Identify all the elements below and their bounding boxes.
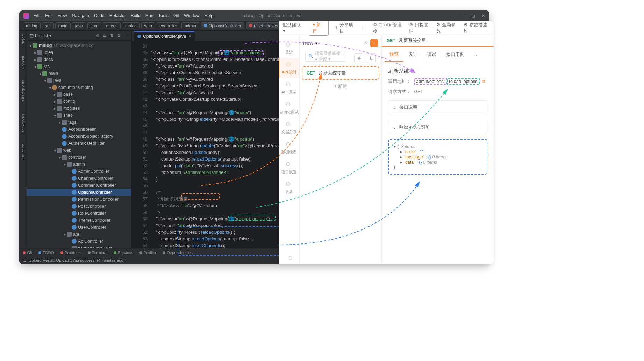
close-icon[interactable]: × [189,34,191,39]
collapse-icon[interactable]: ⇅ [110,33,114,38]
locate-icon[interactable]: ⊕ [96,33,100,38]
window-control[interactable]: ◻ [471,13,475,19]
tool-todo[interactable]: TODO [38,250,54,255]
add-button[interactable]: + [370,39,378,47]
menu-run[interactable]: Run [145,13,153,18]
crumb[interactable]: controller [157,22,180,29]
tree-item[interactable]: AccountRealm [27,126,131,133]
chevron-down-icon[interactable]: ▾ [315,41,318,46]
crumb[interactable]: mblog [122,22,140,29]
api-rail[interactable]: ◯最近◯API 设计◯API 调试◯自动化测试◯文档分享◯数据模型◯项目设置◯更… [279,35,300,264]
menu-code[interactable]: Code [94,13,105,18]
window-control[interactable]: ✕ [481,13,485,19]
tree-item[interactable]: AdminController [27,168,131,175]
menu-refactor[interactable]: Refactor [109,13,126,18]
rail-bookmarks[interactable]: Bookmarks [21,114,25,133]
filter-icon[interactable]: ◈ [354,53,364,63]
tree-item[interactable]: ▸tags [27,119,131,126]
crumb-class[interactable]: OptionsController [201,22,244,29]
tool-dependencies[interactable]: Dependencies [163,250,193,255]
menu-edit[interactable]: Edit [45,13,53,18]
subtab[interactable]: 设计 [403,47,422,62]
tree-item[interactable]: ▾web [27,147,131,154]
rail-item[interactable]: ◯更多 [279,178,299,198]
tree-item[interactable]: ▸config [27,98,131,105]
expand-icon[interactable]: ⇆ [103,33,107,38]
tree-item[interactable]: ThemeController [27,217,131,224]
tree-item[interactable]: ▾controller [27,154,131,161]
api-entry[interactable]: GET 刷新系统变量 [302,66,379,80]
crumb[interactable]: main [55,22,71,29]
tree-item[interactable]: AccountSubjectFactory [27,133,131,140]
more-icon[interactable]: ⋯ [362,25,366,30]
menu-build[interactable]: Build [131,13,141,18]
rail-item[interactable]: ◯文档分享 [279,118,299,138]
rail-item[interactable]: ◯自动化测试 [279,98,299,118]
rail-structure[interactable]: Structure [21,144,25,160]
section-response[interactable]: ⌄ 响应示例(成功) [388,120,487,134]
tree-item[interactable]: ▾java [27,77,131,84]
menu-git[interactable]: Git [173,13,179,18]
tree-item[interactable]: ▾admin [27,161,131,168]
window-control[interactable]: — [461,13,465,19]
rail-pull-requests[interactable]: Pull Requests [21,80,25,104]
left-rail[interactable]: ProjectCommitPull RequestsBookmarksStruc… [19,31,27,248]
tree-item[interactable]: ▾api [27,231,131,238]
menu-view[interactable]: View [58,13,67,18]
crumb[interactable]: web [141,22,155,29]
tree-item[interactable]: PostController [27,203,131,210]
project-header[interactable]: ▤ Project ▾ ⊕ ⇆ ⇅ ⚙ — [27,31,131,41]
tool-services[interactable]: Services [114,250,133,255]
import-icon[interactable]: ⇱ [364,41,368,46]
gear-icon[interactable]: ⚙ [117,33,121,38]
rail-item[interactable]: ◯项目设置 [279,158,299,178]
tree-item[interactable]: ChannelController [27,175,131,182]
tool-problems[interactable]: Problems [60,250,82,255]
tool-terminal[interactable]: Terminal [88,250,107,255]
menu-navigate[interactable]: Navigate [72,13,89,18]
crumb-method[interactable]: resetIndexes [246,22,281,29]
crumb[interactable]: admin [181,22,199,29]
trash-icon[interactable]: 🗑 [288,255,292,261]
crumb[interactable]: mblog [23,22,41,29]
crumb[interactable]: com [87,22,102,29]
search-input[interactable]: 🔍搜索目录或接 | ● 全部 ▾ [305,51,346,62]
section-description[interactable]: ⌄ 接口说明 [388,100,487,114]
new-button[interactable]: + 新建 [309,21,329,36]
subtab[interactable]: 调试 [422,47,441,62]
top-link[interactable]: ⚙ 参数描述库 [464,22,489,34]
tree-item[interactable]: UserController [27,224,131,231]
rail-item[interactable]: ◯数据模型 [279,138,299,158]
tree-root[interactable]: ▾mblogD:\workspace\mblog [27,42,131,49]
tree-item[interactable]: ▾com.mtons.mblog [27,84,131,91]
api-list[interactable]: GET 刷新系统变量 + 新建 [300,66,381,264]
tree-item[interactable]: PermissionController [27,196,131,203]
subtab[interactable]: 接口用例 [441,47,469,62]
tree-item[interactable]: ▾src [27,63,131,70]
copy-icon[interactable]: ⧉ [482,79,485,84]
tree-item[interactable]: AuthenticatedFilter [27,140,131,147]
crumb[interactable]: src [42,22,54,29]
rail-item[interactable]: ◯最近 [279,38,299,58]
menu-help[interactable]: Help [204,13,213,18]
team-dropdown[interactable]: 默认团队 ▾ [283,22,303,34]
tree-item[interactable]: CommentController [27,182,131,189]
rail-project[interactable]: Project [21,34,25,45]
rail-item[interactable]: ◯API 设计 [279,58,299,78]
tree-item[interactable]: ApiController [27,238,131,245]
collection-title[interactable]: new [303,40,313,46]
tree-item[interactable]: OptionsController [27,189,131,196]
api-doc-tab[interactable]: GET 刷新系统变量 [382,35,494,47]
tree-item[interactable]: ▸base [27,91,131,98]
tree-item[interactable]: ▾shiro [27,112,131,119]
tree-item[interactable]: ▸docs [27,56,131,63]
crumb[interactable]: java [72,22,86,29]
share-project[interactable]: ⇪ 分享项目 [334,22,356,34]
crumb[interactable]: mtons [103,22,121,29]
tool-git[interactable]: Git [23,250,32,255]
tree-item[interactable]: package-info.java [27,245,131,248]
rail-item[interactable]: ◯API 调试 [279,78,299,98]
subtab[interactable]: 预览 [385,47,403,62]
rail-commit[interactable]: Commit [21,56,25,69]
sort-icon[interactable]: ⇅ [366,53,376,63]
